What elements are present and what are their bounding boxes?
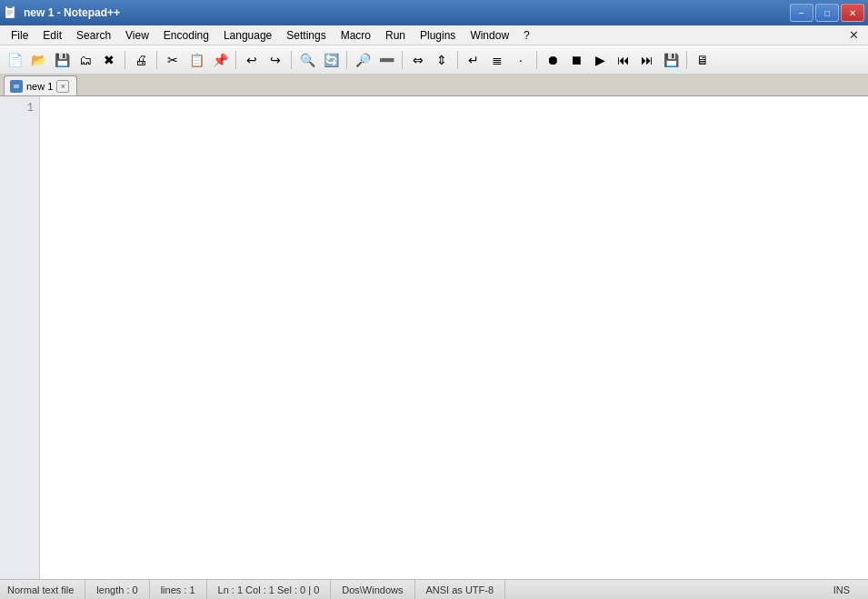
tab-new1[interactable]: new 1 × [4, 75, 77, 95]
menu-item-settings[interactable]: Settings [279, 27, 333, 44]
status-line-ending: Dos\Windows [331, 580, 414, 599]
status-ins-mode: INS [823, 580, 861, 599]
line-numbers: 1 [0, 96, 40, 579]
editor-textarea[interactable] [40, 96, 868, 579]
tab-close-button[interactable]: × [56, 80, 69, 93]
redo-btn[interactable]: ↪ [264, 49, 286, 71]
toolbar-separator-23 [457, 51, 458, 69]
menubar-close[interactable]: ✕ [843, 28, 864, 42]
wordwrap-btn[interactable]: ↵ [463, 49, 484, 71]
menu-item-window[interactable]: Window [463, 27, 516, 44]
toolbar: 📄📂💾🗂✖🖨✂📋📌↩↪🔍🔄🔎➖⇔⇕↵≣·⏺⏹▶⏮⏭💾🖥 [0, 45, 868, 75]
menu-item-file[interactable]: File [4, 27, 35, 44]
menu-item-encoding[interactable]: Encoding [156, 27, 216, 44]
menu-item-edit[interactable]: Edit [35, 27, 69, 44]
runmacro-btn[interactable]: 🖥 [692, 49, 713, 71]
tab-label: new 1 [26, 81, 53, 92]
title-bar-controls: − □ ✕ [790, 4, 864, 22]
line-number-1: 1 [0, 100, 39, 116]
status-file-type: Normal text file [7, 580, 85, 599]
menu-item-macro[interactable]: Macro [334, 27, 378, 44]
window-title: new 1 - Notepad++ [24, 6, 120, 19]
toolbar-separator-14 [291, 51, 292, 69]
status-lines: lines : 1 [150, 580, 207, 599]
status-position: Ln : 1 Col : 1 Sel : 0 | 0 [207, 580, 332, 599]
close-button[interactable]: ✕ [841, 4, 864, 22]
tabs-bar: new 1 × [0, 75, 868, 96]
svg-rect-5 [12, 82, 21, 91]
notepad-icon [4, 5, 18, 20]
close-btn[interactable]: ✖ [98, 49, 120, 71]
print-btn[interactable]: 🖨 [130, 49, 152, 71]
indentguide-btn[interactable]: ≣ [486, 49, 508, 71]
toolbar-separator-20 [402, 51, 403, 69]
status-length: length : 0 [85, 580, 149, 599]
svg-rect-1 [7, 5, 13, 8]
toolbar-separator-11 [235, 51, 236, 69]
sync-v-btn[interactable]: ⇕ [431, 49, 453, 71]
menu-item-language[interactable]: Language [216, 27, 279, 44]
play-btn[interactable]: ▶ [589, 49, 611, 71]
tab-icon [10, 80, 23, 93]
undo-btn[interactable]: ↩ [241, 49, 263, 71]
zoom-in-btn[interactable]: 🔎 [352, 49, 374, 71]
editor-container: 1 [0, 96, 868, 579]
menu-bar: FileEditSearchViewEncodingLanguageSettin… [0, 25, 868, 45]
menu-item-help[interactable]: ? [516, 27, 537, 44]
savemacro-btn[interactable]: 💾 [660, 49, 682, 71]
title-bar: new 1 - Notepad++ − □ ✕ [0, 0, 868, 25]
sync-h-btn[interactable]: ⇔ [407, 49, 429, 71]
save-btn[interactable]: 💾 [51, 49, 73, 71]
find-btn[interactable]: 🔍 [296, 49, 318, 71]
toolbar-separator-17 [346, 51, 347, 69]
replace-btn[interactable]: 🔄 [320, 49, 342, 71]
menu-item-plugins[interactable]: Plugins [413, 27, 463, 44]
next-btn[interactable]: ⏭ [636, 49, 658, 71]
stop-btn[interactable]: ⏹ [565, 49, 587, 71]
toolbar-separator-7 [156, 51, 157, 69]
toolbar-separator-27 [536, 51, 537, 69]
menu-item-view[interactable]: View [118, 27, 156, 44]
open-btn[interactable]: 📂 [27, 49, 49, 71]
paste-btn[interactable]: 📌 [209, 49, 231, 71]
copy-btn[interactable]: 📋 [185, 49, 207, 71]
status-encoding: ANSI as UTF-8 [415, 580, 506, 599]
new-btn[interactable]: 📄 [4, 49, 25, 71]
minimize-button[interactable]: − [790, 4, 813, 22]
toolbar-separator-5 [125, 51, 125, 69]
maximize-button[interactable]: □ [815, 4, 839, 22]
record-btn[interactable]: ⏺ [542, 49, 564, 71]
menu-item-search[interactable]: Search [69, 27, 118, 44]
save-all-btn[interactable]: 🗂 [75, 49, 96, 71]
zoom-out-btn[interactable]: ➖ [375, 49, 397, 71]
prev-btn[interactable]: ⏮ [613, 49, 634, 71]
toolbar-separator-34 [686, 51, 687, 69]
status-bar: Normal text file length : 0 lines : 1 Ln… [0, 579, 868, 599]
cut-btn[interactable]: ✂ [162, 49, 184, 71]
whitespace-btn[interactable]: · [510, 49, 532, 71]
title-bar-left: new 1 - Notepad++ [4, 5, 120, 20]
menu-item-run[interactable]: Run [378, 27, 413, 44]
